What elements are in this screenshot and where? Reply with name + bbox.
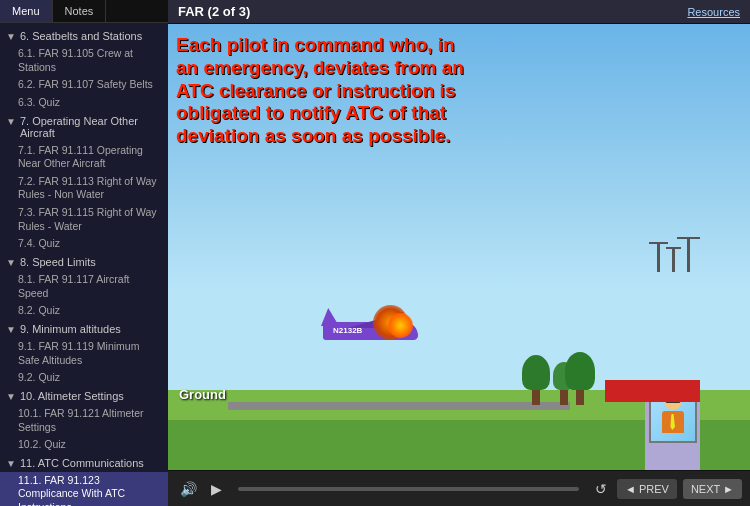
runway xyxy=(228,402,570,410)
item-7-1[interactable]: 7.1. FAR 91.111 Operating Near Other Air… xyxy=(0,142,168,173)
content-header: FAR (2 of 3) Resources xyxy=(168,0,750,24)
item-9-1[interactable]: 9.1. FAR 91.119 Minimum Safe Altitudes xyxy=(0,338,168,369)
sidebar-content: ▼ 6. Seatbelts and Stations 6.1. FAR 91.… xyxy=(0,23,168,506)
progress-bar-container[interactable] xyxy=(238,487,579,491)
plane-id: N2132B xyxy=(333,326,362,335)
item-9-2[interactable]: 9.2. Quiz xyxy=(0,369,168,387)
section-9-header[interactable]: ▼ 9. Minimum altitudes xyxy=(0,320,168,338)
slide-title: FAR (2 of 3) xyxy=(178,4,250,19)
tab-menu[interactable]: Menu xyxy=(0,0,53,22)
sidebar: Menu Notes ▼ 6. Seatbelts and Stations 6… xyxy=(0,0,168,506)
atc-tower xyxy=(625,380,720,402)
section-7-header[interactable]: ▼ 7. Operating Near Other Aircraft xyxy=(0,112,168,142)
sidebar-tabs: Menu Notes xyxy=(0,0,168,23)
arrow-icon: ▼ xyxy=(6,324,16,335)
item-7-3[interactable]: 7.3. FAR 91.115 Right of Way Rules - Wat… xyxy=(0,204,168,235)
item-8-2[interactable]: 8.2. Quiz xyxy=(0,302,168,320)
item-10-2[interactable]: 10.2. Quiz xyxy=(0,436,168,454)
volume-button[interactable]: 🔊 xyxy=(176,479,201,499)
section-8-header[interactable]: ▼ 8. Speed Limits xyxy=(0,253,168,271)
section-11-header[interactable]: ▼ 11. ATC Communications xyxy=(0,454,168,472)
ground-label: Ground xyxy=(179,387,226,402)
resources-button[interactable]: Resources xyxy=(687,6,740,18)
item-7-2[interactable]: 7.2. FAR 91.113 Right of Way Rules - Non… xyxy=(0,173,168,204)
controls-bar: 🔊 ▶ ↺ ◄ PREV NEXT ► xyxy=(168,470,750,506)
arrow-icon: ▼ xyxy=(6,116,16,127)
arrow-icon: ▼ xyxy=(6,31,16,42)
antenna-1 xyxy=(657,242,660,272)
arrow-icon: ▼ xyxy=(6,391,16,402)
tree-1 xyxy=(522,355,550,405)
scene-area: Ground xyxy=(168,24,750,470)
refresh-button[interactable]: ↺ xyxy=(591,479,611,499)
item-10-1[interactable]: 10.1. FAR 91.121 Altimeter Settings xyxy=(0,405,168,436)
item-8-1[interactable]: 8.1. FAR 91.117 Aircraft Speed xyxy=(0,271,168,302)
section-10-header[interactable]: ▼ 10. Altimeter Settings xyxy=(0,387,168,405)
item-11-1[interactable]: 11.1. FAR 91.123 Complicance With ATC In… xyxy=(0,472,168,506)
antenna-2 xyxy=(672,247,675,272)
item-6-2[interactable]: 6.2. FAR 91.107 Safety Belts xyxy=(0,76,168,94)
prev-button[interactable]: ◄ PREV xyxy=(617,479,677,499)
tree-3 xyxy=(565,352,595,405)
airplane: N2132B xyxy=(318,300,448,360)
arrow-icon: ▼ xyxy=(6,257,16,268)
item-6-3[interactable]: 6.3. Quiz xyxy=(0,94,168,112)
next-button[interactable]: NEXT ► xyxy=(683,479,742,499)
antenna-3 xyxy=(687,237,690,272)
section-6-header[interactable]: ▼ 6. Seatbelts and Stations xyxy=(0,27,168,45)
tab-notes[interactable]: Notes xyxy=(53,0,107,22)
main-scene-text: Each pilot in command who, in an emergen… xyxy=(176,34,466,148)
main-content: FAR (2 of 3) Resources Ground xyxy=(168,0,750,506)
arrow-icon: ▼ xyxy=(6,458,16,469)
item-7-4[interactable]: 7.4. Quiz xyxy=(0,235,168,253)
play-button[interactable]: ▶ xyxy=(207,479,226,499)
item-6-1[interactable]: 6.1. FAR 91.105 Crew at Stations xyxy=(0,45,168,76)
